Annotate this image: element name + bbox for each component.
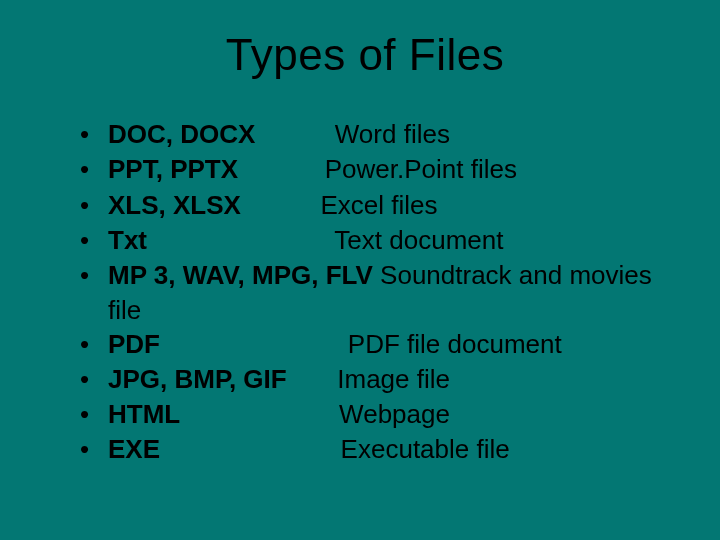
list-item-text: PDF PDF file document bbox=[108, 328, 680, 361]
file-description: Text document bbox=[147, 225, 503, 255]
file-extension: JPG, BMP, GIF bbox=[108, 364, 287, 394]
file-description: Executable file bbox=[160, 434, 510, 464]
list-item: •PPT, PPTX Power.Point files bbox=[80, 153, 680, 186]
bullet-icon: • bbox=[80, 118, 108, 151]
list-item: •DOC, DOCX Word files bbox=[80, 118, 680, 151]
file-description: Word files bbox=[255, 119, 450, 149]
file-description: Power.Point files bbox=[238, 154, 517, 184]
list-item: •EXE Executable file bbox=[80, 433, 680, 466]
list-item: •HTML Webpage bbox=[80, 398, 680, 431]
file-extension: HTML bbox=[108, 399, 180, 429]
bullet-icon: • bbox=[80, 224, 108, 257]
file-extension: Txt bbox=[108, 225, 147, 255]
list-item-text: HTML Webpage bbox=[108, 398, 680, 431]
file-extension: PDF bbox=[108, 329, 160, 359]
list-item-text: Txt Text document bbox=[108, 224, 680, 257]
slide-title: Types of Files bbox=[50, 30, 680, 80]
list-item-text: PPT, PPTX Power.Point files bbox=[108, 153, 680, 186]
list-item: •Txt Text document bbox=[80, 224, 680, 257]
list-item-continuation: file bbox=[108, 294, 680, 327]
bullet-list: •DOC, DOCX Word files•PPT, PPTX Power.Po… bbox=[50, 118, 680, 467]
file-description: Webpage bbox=[180, 399, 450, 429]
list-item: •XLS, XLSX Excel files bbox=[80, 189, 680, 222]
file-description: Soundtrack and movies bbox=[373, 260, 652, 290]
list-item-text: XLS, XLSX Excel files bbox=[108, 189, 680, 222]
file-extension: EXE bbox=[108, 434, 160, 464]
list-item-text: JPG, BMP, GIF Image file bbox=[108, 363, 680, 396]
bullet-icon: • bbox=[80, 433, 108, 466]
bullet-icon: • bbox=[80, 328, 108, 361]
file-extension: PPT, PPTX bbox=[108, 154, 238, 184]
file-extension: MP 3, WAV, MPG, FLV bbox=[108, 260, 373, 290]
slide: Types of Files •DOC, DOCX Word files•PPT… bbox=[0, 0, 720, 540]
list-item-text: DOC, DOCX Word files bbox=[108, 118, 680, 151]
bullet-icon: • bbox=[80, 398, 108, 431]
list-item: •MP 3, WAV, MPG, FLV Soundtrack and movi… bbox=[80, 259, 680, 292]
file-description: Image file bbox=[287, 364, 450, 394]
bullet-icon: • bbox=[80, 363, 108, 396]
file-extension: DOC, DOCX bbox=[108, 119, 255, 149]
file-extension: XLS, XLSX bbox=[108, 190, 241, 220]
file-description: PDF file document bbox=[160, 329, 562, 359]
list-item-text: EXE Executable file bbox=[108, 433, 680, 466]
bullet-icon: • bbox=[80, 153, 108, 186]
list-item: •JPG, BMP, GIF Image file bbox=[80, 363, 680, 396]
list-item-text: MP 3, WAV, MPG, FLV Soundtrack and movie… bbox=[108, 259, 680, 292]
bullet-icon: • bbox=[80, 189, 108, 222]
file-description: Excel files bbox=[241, 190, 438, 220]
list-item: •PDF PDF file document bbox=[80, 328, 680, 361]
bullet-icon: • bbox=[80, 259, 108, 292]
